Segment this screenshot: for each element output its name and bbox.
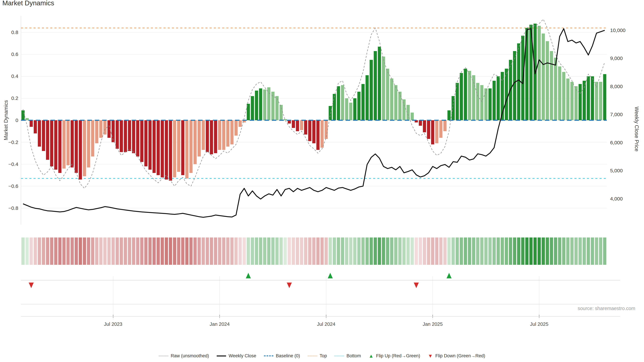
legend-label: Flip Up (Red→Green) [376,353,420,359]
legend-label: Baseline (0) [276,353,300,359]
flip-up-triangle-icon: ▲ [368,354,374,359]
legend-label: Weekly Close [228,353,256,359]
svg-text:0.2: 0.2 [11,95,18,101]
svg-text:Jul 2025: Jul 2025 [530,322,548,327]
legend-item-flip-up: ▲ Flip Up (Red→Green) [368,353,420,359]
chart-legend: Raw (unsmoothed) Weekly Close Baseline (… [159,353,485,359]
svg-text:−0.6: −0.6 [8,183,18,189]
market-dynamics-chart: Market Dynamics 0.80.60.40.20−0.2−0.4−0.… [0,0,644,362]
svg-text:6,000: 6,000 [610,140,623,145]
legend-label: Raw (unsmoothed) [171,353,209,359]
baseline-swatch-icon [264,356,273,356]
svg-text:−0.8: −0.8 [8,205,18,211]
svg-text:−0.4: −0.4 [8,161,18,167]
chart-plot-area: 0.80.60.40.20−0.2−0.4−0.6−0.810,0009,000… [0,0,644,362]
svg-text:0.8: 0.8 [11,29,18,35]
legend-item-baseline: Baseline (0) [264,353,300,359]
svg-text:5,000: 5,000 [610,168,623,173]
legend-label: Flip Down (Green→Red) [435,353,485,359]
y-axis-label-left: Market Dynamics [3,100,9,140]
svg-text:10,000: 10,000 [610,27,626,33]
svg-text:Jul 2024: Jul 2024 [317,322,336,327]
svg-text:Jan 2024: Jan 2024 [210,322,230,327]
close-line-swatch-icon [217,356,226,357]
svg-text:0.6: 0.6 [11,51,18,57]
svg-text:−0.2: −0.2 [8,139,18,145]
svg-text:8,000: 8,000 [610,84,623,89]
legend-item-bottom: Bottom [334,353,361,359]
bottom-line-swatch-icon [334,356,344,356]
svg-text:7,000: 7,000 [610,112,623,117]
svg-text:Jul 2023: Jul 2023 [104,322,122,327]
legend-item-top: Top [308,353,327,359]
legend-label: Bottom [346,353,361,359]
legend-label: Top [320,353,327,359]
legend-item-raw: Raw (unsmoothed) [159,353,209,359]
top-line-swatch-icon [308,356,317,356]
svg-text:9,000: 9,000 [610,55,623,61]
svg-text:0: 0 [16,117,18,123]
y-axis-label-right: Weekly Close Price [634,107,640,151]
legend-item-flip-down: ▼ Flip Down (Green→Red) [428,353,485,359]
svg-text:0.4: 0.4 [11,73,18,79]
flip-down-triangle-icon: ▼ [428,354,433,359]
raw-line-swatch-icon [159,356,168,356]
svg-text:Jan 2025: Jan 2025 [422,322,442,327]
legend-item-weekly-close: Weekly Close [217,353,256,359]
svg-text:4,000: 4,000 [610,196,623,201]
source-credit: source: sharemaestro.com [578,306,635,311]
